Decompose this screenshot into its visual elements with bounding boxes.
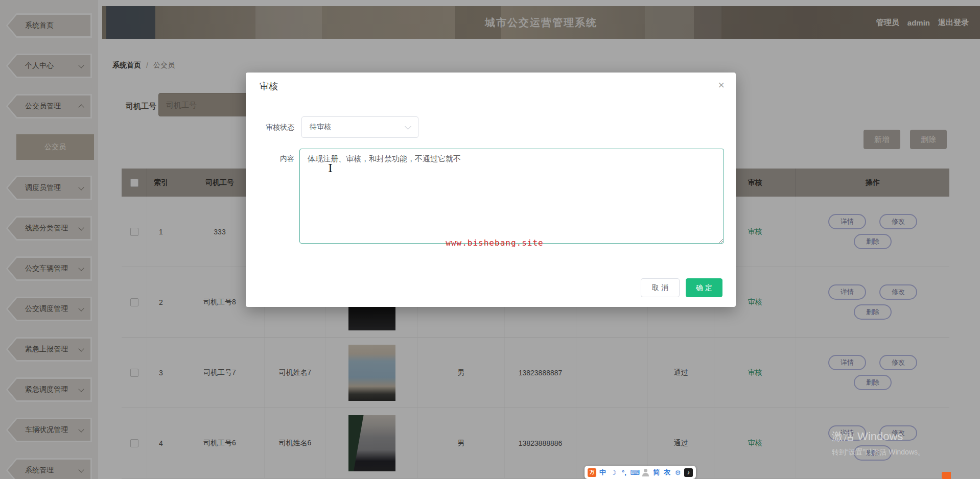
status-field-label: 审核状态 xyxy=(246,123,294,132)
sogou-corner-icon xyxy=(942,472,951,479)
skin-icon[interactable]: 衣 xyxy=(663,468,671,477)
settings-gear-icon[interactable]: ⚙ xyxy=(673,468,682,477)
content-field-label: 内容 xyxy=(246,154,294,163)
site-watermark: www.bishebang.site xyxy=(446,238,543,248)
audit-dialog: 审核 × 审核状态 待审核 内容 体现注册、审核，和封禁功能，不通过它就不 取 … xyxy=(246,73,736,307)
ime-toolbar: 万 中 ☽ °, ⌨ 简 衣 ⚙ ♪ xyxy=(585,466,696,479)
voice-input-icon[interactable]: °, xyxy=(620,468,628,477)
sogou-logo-icon[interactable]: 万 xyxy=(588,468,596,477)
account-icon[interactable] xyxy=(641,468,650,477)
confirm-button[interactable]: 确 定 xyxy=(686,278,722,297)
chinese-mode-icon[interactable]: 中 xyxy=(598,468,607,477)
music-note-icon[interactable]: ♪ xyxy=(684,468,693,477)
audit-content-textarea[interactable]: 体现注册、审核，和封禁功能，不通过它就不 xyxy=(299,149,724,244)
simplified-icon[interactable]: 简 xyxy=(652,468,661,477)
audit-status-select[interactable]: 待审核 xyxy=(301,116,418,138)
close-icon[interactable]: × xyxy=(718,80,725,91)
select-value: 待审核 xyxy=(310,123,406,132)
cancel-button[interactable]: 取 消 xyxy=(641,278,680,297)
app-window: 系统首页 个人中心 公交员管理 公交员 调度员管理 线路分类管理 xyxy=(0,0,980,479)
dialog-title: 审核 xyxy=(260,80,278,92)
chevron-down-icon xyxy=(405,123,411,130)
night-mode-icon[interactable]: ☽ xyxy=(609,468,618,477)
soft-keyboard-icon[interactable]: ⌨ xyxy=(631,468,639,477)
